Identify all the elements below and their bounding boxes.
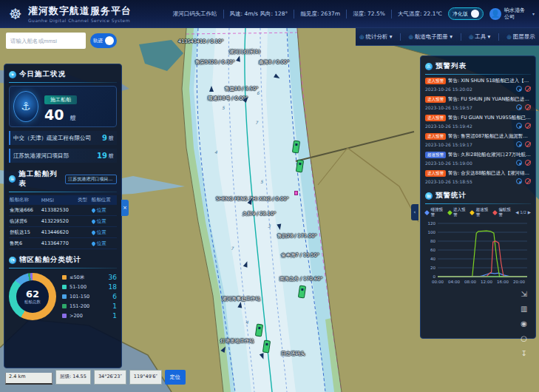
mute-icon[interactable] [525,86,531,92]
vessel-mmsi: 413229520 [41,216,77,227]
warning-text: 警告: 鲁营运087船舶已进入抛泥暂停区… [448,133,531,140]
mute-icon[interactable] [525,123,531,129]
warning-text: 警告: XIN SHUN 518船舶已进入【东禁… [448,78,531,84]
today-section-title: 今日施工状况 [19,70,66,79]
svg-text:12:00: 12:00 [481,280,492,284]
left-panel-collapse[interactable]: × [121,200,129,216]
app-title: 灌河数字航道服务平台 [28,4,132,18]
latitude-readout: 34°26′23″ [94,370,126,385]
user-menu[interactable]: 👤 响水港务公司 ▾ [489,7,535,21]
download-icon[interactable]: ↧ [521,349,527,357]
vessel-mmsi: 413446620 [41,227,77,238]
donut-legend: ≤50米 36 51-100 18 101-150 6 151-200 1 >2… [62,271,117,322]
warning-time: 2023-10-26 15:19:42 [425,124,513,129]
warning-item[interactable]: 进入预警 警告: XIN SHUN 518船舶已进入【东禁… 2023-10-2… [425,78,531,92]
ship-label: 金丰海7 / 13.50° [281,252,319,259]
legend-swatch [62,304,67,308]
notify-icon[interactable] [516,123,522,129]
table-column-header: MMSI [41,195,77,205]
company-name: 中交（天津）疏浚工程有限公司 [13,135,102,142]
ship-label: 鑫海8 / 0.00° [259,59,289,66]
clean-mode-toggle[interactable]: 净化版 [448,7,484,20]
mute-icon[interactable] [525,178,531,184]
toggle-knob-icon [105,36,114,45]
warning-time: 2023-10-26 15:19:17 [425,142,513,147]
warning-item[interactable]: 超速预警 警告: 久和28轮船在灌河口27万吨航道92… 2023-10-26 … [425,152,531,166]
nav-icon: ◎ [409,34,413,40]
list-icon: ≡ [9,175,16,183]
warning-line-chart: 02040608010012000:0004:0008:0012:0016:00… [425,219,531,290]
nav-item-0[interactable]: ◎统计分析 ▾ [359,33,392,41]
notify-icon[interactable] [516,160,522,166]
legend-label: 进入预警 [453,207,468,217]
ais-target-marker[interactable] [277,224,282,231]
right-panel-collapse[interactable]: ‹ [411,204,418,220]
map-toolbar: ⇲▥◉○↧ [521,290,527,357]
vessel-location-link[interactable]: 位置 [92,229,116,236]
mute-icon[interactable] [525,141,531,147]
right-panel: ⚠ 预警列表 进入预警 警告: XIN SHUN 518船舶已进入【东禁… 20… [420,55,536,339]
globe-icon[interactable]: ◉ [521,320,527,328]
svg-text:120: 120 [428,221,436,226]
mute-icon[interactable] [525,104,531,110]
nav-item-1[interactable]: ◎航道电子图册 ▾ [409,33,452,41]
mute-icon[interactable] [525,160,531,166]
pin-icon [91,240,96,246]
warning-stats-title: 预警统计 [435,191,467,200]
vessel-mmsi: 413364770 [41,238,77,249]
depth-mark: 6 [257,90,260,95]
ship-label: 灯塔基地工作站 [220,338,254,345]
legend-item: 51-100 18 [62,283,117,291]
svg-text:40: 40 [430,257,435,261]
map-menu-bar: ◎统计分析 ▾◎航道电子图册 ▾◎工具 ▾◎图层显示 [356,28,539,46]
depth-mark: 5 [260,179,263,184]
warning-item[interactable]: 进入预警 警告: 合安达88船舶已进入【灌河锚地】… 2023-10-26 15… [425,170,531,184]
clean-mode-label: 净化版 [452,10,468,18]
legend-swatch [447,210,452,215]
ship-icon: ⚓ [13,91,38,122]
search-input[interactable] [6,33,86,49]
vessel-type [77,205,91,216]
vessel-location-link[interactable]: 位置 [92,207,116,214]
vessel-location-link[interactable]: 位置 [92,218,116,225]
ship-label: 413543410 / 0.10° [178,38,223,44]
vessel-location-link[interactable]: 位置 [92,240,116,247]
notify-icon[interactable] [516,104,522,110]
circle-select-icon[interactable]: ○ [521,334,527,342]
divider [425,74,531,75]
nav-item-3[interactable]: ◎图层显示 [507,33,535,41]
ship-label: 顺通祥8号 / 0.00° [208,95,248,102]
legend-swatch [62,294,67,299]
legend-label: 101-150 [70,294,109,300]
table-row[interactable]: 鲁民6 413364770 位置 [9,238,117,249]
table-row[interactable]: 舒航达15 413446620 位置 [9,227,117,238]
alert-icon: ⚠ [425,63,433,70]
legend-pagination[interactable]: ◀ 1/2 ▶ [515,210,531,214]
stats-icon[interactable]: ▥ [521,305,527,313]
vessel-list-header: ≡ 施工船舶列表 江苏筑港灌河口项目部 ∨ [9,167,117,190]
nav-item-2[interactable]: ◎工具 ▾ [469,33,490,41]
notify-icon[interactable] [516,86,522,92]
notify-icon[interactable] [516,178,522,184]
table-row[interactable]: 临沭货6 413229520 位置 [9,216,117,227]
ship-label: 日之塔码头 [281,351,305,357]
notify-icon[interactable] [516,141,522,147]
legend-label: 151-200 [70,303,109,309]
trail-toggle[interactable]: 轨迹 [90,33,117,48]
measure-icon[interactable]: ⇲ [521,290,527,298]
divider [9,268,117,268]
table-row[interactable]: 金海港666 413382530 位置 [9,205,117,216]
warning-badge: 进入预警 [425,96,446,103]
ship-label: 鲁益18 / 3.50° [225,86,258,92]
svg-text:16:00: 16:00 [497,280,509,284]
warning-item[interactable]: 进入预警 警告: 鲁营运087船舶已进入抛泥暂停区… 2023-10-26 15… [425,133,531,147]
legend-label: >200 [70,313,109,319]
ais-target-marker[interactable] [209,86,214,92]
warning-item[interactable]: 进入预警 警告: FU GUAN YUN YU955船舶已进… 2023-10-… [425,115,531,129]
construction-ship-card: ⚓ 施工船舶 40 艘 [9,86,117,127]
depth-mark: 7 [231,246,234,251]
locate-button[interactable]: 定位 [165,370,186,385]
project-filter-dropdown[interactable]: 江苏筑港灌河口项目部 ∨ [65,175,117,184]
warning-time: 2023-10-26 15:19:00 [425,160,513,166]
warning-item[interactable]: 进入预警 警告: FU SHUN JIN YUAN船舶已进入【… 2023-10… [425,96,531,110]
